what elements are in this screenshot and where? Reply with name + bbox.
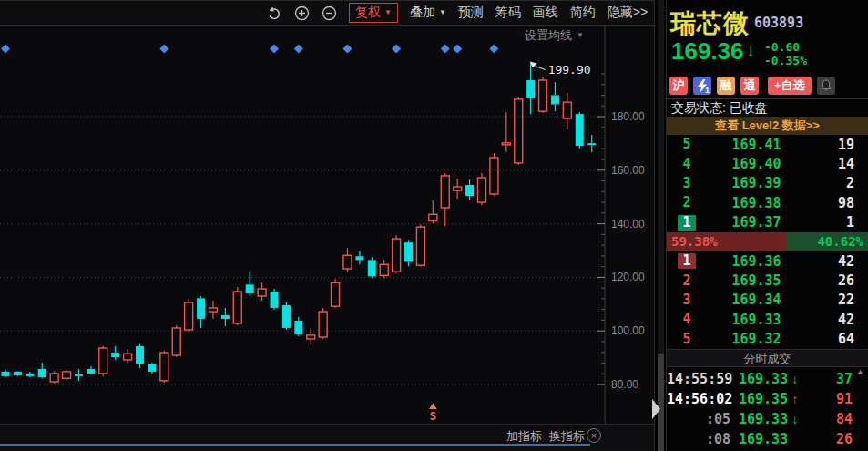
price-alert-bell-button[interactable] [817,77,835,95]
tick-price: 169.35 [739,391,788,407]
add-to-watchlist-button[interactable]: +自选 [768,77,812,95]
tick-time: 14:56:02 [667,391,730,407]
bid-price: 169.36 [696,253,817,270]
bid-volume: 42 [817,253,868,270]
ask-row[interactable]: 5169.4119 [667,135,868,154]
add-indicator-button[interactable]: 加指标 [506,428,542,445]
svg-text:120.00: 120.00 [611,271,645,283]
undo-icon[interactable] [266,5,282,21]
ask-price: 169.39 [696,175,817,191]
price-change-pct: -0.35% [764,54,807,67]
buy-sell-ratio-bar: 59.38% 40.62% [667,232,868,251]
tick-price: 169.33 [739,411,788,427]
ask-price: 169.41 [696,137,817,153]
zoom-out-icon[interactable] [322,5,337,21]
bottom-accent-line [0,444,590,446]
ask-level: 2 [678,195,696,210]
time-sales-list[interactable]: ▲ 14:55:59169.33↓3714:56:02169.35↑91:051… [667,367,868,451]
buy-ratio-value: 59.38% [667,232,786,251]
price-row: 169.36 ↓ -0.60 -0.35% [671,38,807,67]
svg-text:S: S [430,410,436,422]
bid-price: 169.33 [696,312,817,328]
tick-row[interactable]: :08169.3326 [667,429,868,449]
ask-price: 169.40 [696,156,817,172]
close-icon[interactable]: × [587,428,601,443]
ask-volume: 14 [817,156,868,172]
svg-text:180.00: 180.00 [611,110,645,123]
badge-shanghai[interactable]: 沪 [669,77,688,95]
svg-text:100.00: 100.00 [611,324,645,337]
quote-panel: 瑞芯微 603893 169.36 ↓ -0.60 -0.35% 沪1融通+自选… [666,0,868,451]
tick-volume: 84 [836,411,868,427]
bid-price: 169.35 [696,272,817,289]
ask-volume: 98 [817,195,868,211]
tick-time: :08 [667,431,730,447]
sell-queue: 5169.41194169.40143169.3922169.38981169.… [667,135,868,232]
tick-down-arrow-icon: ↓ [791,372,798,386]
ask-price: 169.37 [696,214,817,231]
tick-row[interactable]: 14:56:02169.35↑91 [667,389,868,409]
adjust-mode-dropdown[interactable]: 复权 ▼ [349,3,398,23]
bid-row[interactable]: 5169.3264 [667,330,868,349]
bid-level: 1 [678,253,696,269]
bid-level: 5 [678,332,696,347]
chevron-down-icon: ▼ [439,9,446,16]
tick-up-arrow-icon: ↑ [791,392,798,406]
tick-time: :05 [667,411,730,427]
badge-row: 沪1融通+自选 [669,77,835,95]
stock-name: 瑞芯微 [670,6,750,41]
bid-row[interactable]: 4169.3342 [667,310,868,329]
bid-row[interactable]: 3169.3422 [667,291,868,310]
price-down-arrow: ↓ [747,41,756,61]
badge-connect[interactable]: 通 [740,77,759,95]
badge-lightning-level: 1 [705,87,710,95]
toolbar: 复权 ▼ 叠加 ▼ 预测 筹码 画线 简约 隐藏>> [0,0,654,26]
bid-level: 4 [678,312,696,327]
level2-link[interactable]: 查看 Level2 数据>> [667,117,868,135]
predict-button[interactable]: 预测 [458,5,484,21]
ask-row[interactable]: 1169.371 [667,213,868,232]
badge-margin[interactable]: 融 [717,77,735,95]
ask-row[interactable]: 2169.3898 [667,193,868,212]
simple-mode-button[interactable]: 简约 [570,5,596,21]
ma-settings-dropdown[interactable]: 设置均线 ▼ [525,27,584,44]
bid-row[interactable]: 2169.3526 [667,272,868,291]
buy-queue: 1169.36422169.35263169.34224169.33425169… [667,251,868,349]
chevron-down-icon: ▼ [384,9,392,16]
hide-toolbar-button[interactable]: 隐藏>> [608,5,648,21]
ma-settings-label: 设置均线 [525,27,572,44]
scroll-up-icon[interactable]: ▲ [856,368,864,376]
bid-volume: 42 [817,312,868,328]
ask-row[interactable]: 3169.392 [667,174,868,193]
ask-level: 3 [678,176,696,191]
sell-ratio-value: 40.62% [786,232,868,251]
tick-row[interactable]: 14:55:59169.33↓37 [667,369,868,389]
bid-level: 3 [678,292,696,308]
last-price: 169.36 [671,38,744,64]
candlestick-chart[interactable]: 80.00100.00120.00140.00160.00180.00199.9… [0,26,666,422]
svg-text:199.90: 199.90 [548,63,591,77]
bid-row[interactable]: 1169.3642 [667,251,868,271]
draw-line-button[interactable]: 画线 [533,5,558,21]
tick-price: 169.33 [739,371,788,387]
tick-row[interactable]: :05169.33↓84 [667,409,868,429]
zoom-in-icon[interactable] [294,5,310,21]
overlay-dropdown[interactable]: 叠加 ▼ [410,5,446,21]
ask-row[interactable]: 4169.4014 [667,155,868,174]
overlay-label: 叠加 [410,5,435,21]
badge-lightning[interactable]: 1 [693,77,711,95]
stock-header: 瑞芯微 603893 169.36 ↓ -0.60 -0.35% 沪1融通+自选 [667,0,868,98]
bid-volume: 22 [817,292,868,308]
chips-button[interactable]: 筹码 [495,5,521,21]
tick-price: 169.33 [739,431,788,447]
ask-volume: 2 [817,175,868,191]
bid-volume: 64 [817,331,868,347]
stock-code: 603893 [754,15,803,31]
bid-volume: 26 [817,272,868,289]
ask-volume: 19 [817,137,868,153]
indicator-bar: 加指标 换指标 × [0,424,654,451]
trading-status: 交易状态: 已收盘 [667,98,868,117]
tick-volume: 26 [836,431,868,447]
switch-indicator-button[interactable]: 换指标 [549,428,585,445]
ask-level: 4 [678,157,696,172]
